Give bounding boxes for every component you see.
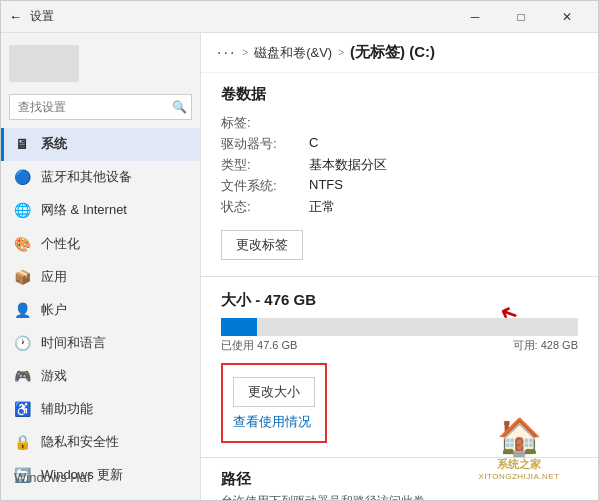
title-bar: ← 设置 ─ □ ✕ (1, 1, 598, 33)
sidebar-label-bluetooth: 蓝牙和其他设备 (41, 168, 132, 186)
bluetooth-icon: 🔵 (13, 168, 31, 186)
sidebar-label-time: 时间和语言 (41, 334, 106, 352)
label-value (309, 114, 578, 132)
watermark: 🏠 系统之家 XITONGZHIJIA.NET (459, 419, 579, 481)
sidebar-label-network: 网络 & Internet (41, 201, 127, 219)
watermark-url: XITONGZHIJIA.NET (459, 472, 579, 481)
size-title: 大小 - 476 GB (221, 291, 578, 310)
sidebar-label-accounts: 帐户 (41, 301, 67, 319)
sidebar-label-accessibility: 辅助功能 (41, 400, 93, 418)
gaming-icon: 🎮 (13, 367, 31, 385)
title-bar-controls: ─ □ ✕ (452, 1, 590, 33)
apps-icon: 📦 (13, 268, 31, 286)
sidebar-label-privacy: 隐私和安全性 (41, 433, 119, 451)
progress-bar-background (221, 318, 578, 336)
progress-bar-fill (221, 318, 257, 336)
used-label: 已使用 47.6 GB (221, 338, 297, 353)
change-size-button[interactable]: 更改大小 (233, 377, 315, 407)
maximize-button[interactable]: □ (498, 1, 544, 33)
type-value: 基本数据分区 (309, 156, 578, 174)
watermark-title: 系统之家 (459, 457, 579, 472)
search-input[interactable] (18, 100, 168, 114)
sidebar-label-personalize: 个性化 (41, 235, 80, 253)
change-label-button[interactable]: 更改标签 (221, 230, 303, 260)
filesystem-label: 文件系统: (221, 177, 301, 195)
type-label: 类型: (221, 156, 301, 174)
accounts-icon: 👤 (13, 301, 31, 319)
info-grid: 标签: 驱动器号: C 类型: 基本数据分区 文件系统: NTFS 状态: 正常 (221, 114, 578, 216)
volume-section-title: 卷数据 (221, 85, 578, 104)
divider-1 (201, 276, 598, 277)
sidebar-item-apps[interactable]: 📦 应用 (1, 260, 200, 293)
status-value: 正常 (309, 198, 578, 216)
windows-haf-label: Windows Haf (14, 470, 91, 485)
watermark-house-icon: 🏠 (459, 419, 579, 455)
breadcrumb-part1[interactable]: 磁盘和卷(&V) (254, 44, 332, 62)
personalize-icon: 🎨 (13, 235, 31, 253)
progress-labels: 已使用 47.6 GB 可用: 428 GB (221, 338, 578, 353)
minimize-button[interactable]: ─ (452, 1, 498, 33)
available-label: 可用: 428 GB (513, 338, 578, 353)
time-icon: 🕐 (13, 334, 31, 352)
search-icon: 🔍 (172, 100, 187, 114)
sidebar-item-accounts[interactable]: 👤 帐户 (1, 293, 200, 326)
sidebar-label-gaming: 游戏 (41, 367, 67, 385)
privacy-icon: 🔒 (13, 433, 31, 451)
sidebar-item-system[interactable]: 🖥 系统 (1, 128, 200, 161)
sidebar-item-accessibility[interactable]: ♿ 辅助功能 (1, 393, 200, 426)
breadcrumb-sep1: > (242, 47, 248, 58)
title-bar-left: ← 设置 (9, 8, 54, 25)
view-usage-button[interactable]: 查看使用情况 (233, 411, 315, 433)
accessibility-icon: ♿ (13, 400, 31, 418)
breadcrumb: ··· > 磁盘和卷(&V) > (无标签) (C:) (201, 33, 598, 73)
sidebar-item-bluetooth[interactable]: 🔵 蓝牙和其他设备 (1, 161, 200, 194)
sidebar-label-apps: 应用 (41, 268, 67, 286)
status-label: 状态: (221, 198, 301, 216)
volume-section: 卷数据 标签: 驱动器号: C 类型: 基本数据分区 文件系统: NTFS 状态… (201, 73, 598, 272)
label-label: 标签: (221, 114, 301, 132)
drive-letter-value: C (309, 135, 578, 153)
network-icon: 🌐 (13, 201, 31, 219)
sidebar-label-system: 系统 (41, 135, 67, 153)
title-bar-title: 设置 (30, 8, 54, 25)
breadcrumb-dots: ··· (217, 44, 236, 62)
breadcrumb-part2: (无标签) (C:) (350, 43, 435, 62)
sidebar-item-personalize[interactable]: 🎨 个性化 (1, 227, 200, 260)
sidebar-item-network[interactable]: 🌐 网络 & Internet (1, 194, 200, 227)
progress-area: ➜ 已使用 47.6 GB 可用: 428 GB (221, 318, 578, 353)
search-box: 🔍 (9, 94, 192, 120)
sidebar: 🔍 🖥 系统 🔵 蓝牙和其他设备 🌐 网络 & Internet 🎨 个性化 📦 (1, 33, 201, 500)
path-description: 允许使用下列驱动器号和路径访问此卷。 (221, 493, 578, 500)
sidebar-item-time[interactable]: 🕐 时间和语言 (1, 326, 200, 359)
profile-placeholder (9, 45, 79, 82)
size-buttons-box: 更改大小 查看使用情况 (221, 363, 327, 443)
system-icon: 🖥 (13, 135, 31, 153)
close-button[interactable]: ✕ (544, 1, 590, 33)
drive-letter-label: 驱动器号: (221, 135, 301, 153)
filesystem-value: NTFS (309, 177, 578, 195)
back-icon[interactable]: ← (9, 9, 22, 24)
sidebar-item-gaming[interactable]: 🎮 游戏 (1, 359, 200, 392)
sidebar-item-privacy[interactable]: 🔒 隐私和安全性 (1, 426, 200, 459)
breadcrumb-sep2: > (338, 47, 344, 58)
